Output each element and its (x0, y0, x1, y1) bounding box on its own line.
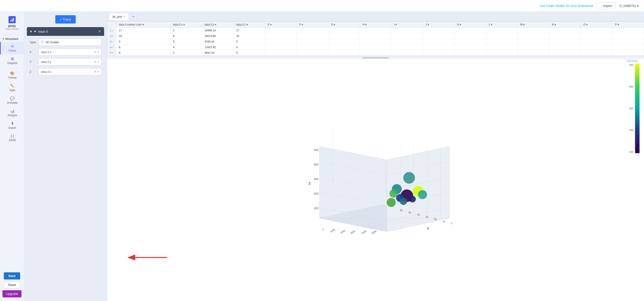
plotly-logo-icon (8, 16, 16, 23)
z-clear-icon[interactable]: ✕ (94, 70, 97, 74)
structure-header[interactable]: ▾ Structure (0, 35, 24, 42)
svg-text:500k: 500k (371, 230, 377, 235)
cell-f (296, 44, 328, 50)
svg-point-48 (403, 172, 415, 184)
save-button[interactable]: Save (4, 272, 20, 280)
type-input[interactable]: ⬡ 3D Scatter (38, 38, 102, 46)
cell-k (454, 50, 486, 56)
data-table: data.0.marker.color ▾ data.0.x ▾ data.0.… (107, 22, 644, 56)
tab-3d-grid[interactable]: 3d_grid ✕ (109, 13, 129, 20)
svg-text:x: x (427, 226, 429, 230)
colorbar-note: Click to ent... (626, 60, 640, 62)
cell-k (454, 44, 486, 50)
z-label: Z (30, 70, 38, 74)
table-body: 1 ▾ 17 3 18469.14 17 2 ▾ 33 6 33014.86 (107, 28, 644, 56)
z-field-actions: ✕ ▾ (94, 70, 99, 74)
cell-j (423, 50, 454, 56)
sidebar-item-traces[interactable]: ≋ Traces (0, 42, 24, 54)
y-chevron-icon[interactable]: ▾ (98, 60, 99, 64)
upgrade-button[interactable]: Upgrade (2, 290, 22, 298)
style-icon: ✏️ (10, 84, 14, 88)
col-header-j[interactable]: J ▾ (423, 22, 454, 28)
col-header-n[interactable]: N ▾ (549, 22, 581, 28)
content-area: 3d_grid ✕ + data.0.marker.color ▾ data.0… (107, 12, 644, 301)
y-input[interactable]: data.0.y ✕ ▾ (38, 58, 102, 66)
colorbar-labels: 500 400 300 200 100 (629, 64, 633, 153)
col-header-x[interactable]: data.0.x ▾ (170, 22, 202, 28)
y-clear-icon[interactable]: ✕ (94, 60, 97, 64)
cell-n (549, 33, 581, 39)
col-header-g[interactable]: G ▾ (328, 22, 360, 28)
cell-o (581, 44, 612, 50)
type-field-row: Type ⬡ 3D Scatter (30, 38, 102, 46)
table-row: 2 ▾ 33 6 33014.86 33 (107, 33, 644, 39)
cell-h (360, 28, 391, 33)
sidebar-item-style[interactable]: ✏️ Style (0, 82, 24, 94)
horizontal-scrollbar[interactable] (107, 56, 644, 59)
col-header-i[interactable]: I ▾ (391, 22, 423, 28)
row-num-cell: 5 ▾ (107, 50, 116, 56)
colorbar-label-200: 200 (629, 129, 633, 132)
cell-z: 6 (233, 50, 265, 56)
x-input[interactable]: data.0.x ✕ ▾ (38, 48, 102, 56)
svg-point-54 (390, 190, 398, 198)
sidebar-item-export[interactable]: ⬆ Export (0, 119, 24, 132)
col-header-o[interactable]: O ▾ (581, 22, 612, 28)
cell-i (391, 39, 423, 44)
col-header-f[interactable]: F ▾ (296, 22, 328, 28)
cell-j (423, 39, 454, 44)
svg-rect-0 (10, 20, 11, 22)
z-input[interactable]: data.0.z ✕ ▾ (38, 68, 102, 75)
col-header-z[interactable]: data.0.z ▾ (233, 22, 265, 28)
col-header-rownum (107, 22, 116, 28)
svg-text:400: 400 (314, 163, 319, 166)
cell-p (612, 39, 644, 44)
col-header-p[interactable]: P ▾ (612, 22, 644, 28)
svg-point-55 (409, 196, 416, 202)
x-chevron-icon[interactable]: ▾ (98, 50, 99, 54)
trace-icon: ✦ (34, 29, 36, 34)
z-chevron-icon[interactable]: ▾ (98, 70, 99, 73)
col-header-m[interactable]: M ▾ (518, 22, 549, 28)
data-grid[interactable]: data.0.marker.color ▾ data.0.x ▾ data.0.… (107, 22, 644, 56)
cell-i (391, 28, 423, 33)
share-button[interactable]: Share (4, 281, 20, 288)
svg-rect-2 (13, 18, 14, 22)
svg-text:10: 10 (442, 220, 446, 223)
colorbar-label-100: 100 (629, 150, 633, 153)
add-trace-button[interactable]: + Trace (55, 15, 76, 24)
cell-z: 8 (233, 44, 265, 50)
col-header-k[interactable]: K ▾ (454, 22, 486, 28)
svg-text:300k: 300k (350, 230, 356, 235)
col-header-marker-color[interactable]: data.0.marker.color ▾ (116, 22, 170, 28)
scroll-thumb[interactable] (362, 57, 389, 58)
cell-l (486, 39, 518, 44)
col-header-l[interactable]: L ▾ (486, 22, 518, 28)
tab-close-icon[interactable]: ✕ (123, 15, 126, 18)
colorbar-label-300: 300 (629, 107, 633, 110)
trace-close-button[interactable]: ✕ (98, 29, 101, 34)
col-header-y[interactable]: data.0.y ▾ (202, 22, 233, 28)
cell-g (328, 44, 360, 50)
cell-n (549, 28, 581, 33)
sidebar-item-analyze[interactable]: 📊 Analyze (0, 106, 24, 119)
chart-svg: 500 400 300 200 100 Z 0 100k 200k 300k 4… (275, 128, 476, 236)
col-header-h[interactable]: H ▾ (360, 22, 391, 28)
analyze-label: Analyze (8, 114, 17, 117)
cell-h (360, 39, 391, 44)
col-header-e[interactable]: E ▾ (265, 22, 296, 28)
collapse-icon[interactable]: ▾ (30, 29, 32, 34)
sidebar-item-annotate[interactable]: 💬 Annotate (0, 94, 24, 106)
x-clear-icon[interactable]: ✕ (94, 50, 97, 54)
sidebar-item-json[interactable]: { } JSON (0, 132, 24, 144)
table-row: 4 ▾ 8 4 13421.82 8 (107, 44, 644, 50)
cell-j (423, 44, 454, 50)
add-tab-button[interactable]: + (130, 14, 136, 20)
import-button[interactable]: ↑ Import (597, 2, 616, 9)
user-dropdown[interactable]: D_Ddd0701 ▾ (619, 4, 639, 8)
trace-title: trace 0 (38, 30, 96, 33)
x-field-actions: ✕ ▾ (94, 50, 99, 54)
sidebar-item-theme[interactable]: 🎨 Theme (0, 69, 24, 82)
enterprise-link[interactable]: Get Chart Studio for your Enterprise (540, 4, 594, 8)
sidebar-item-subplots[interactable]: ⊞ Subplots (0, 54, 24, 67)
